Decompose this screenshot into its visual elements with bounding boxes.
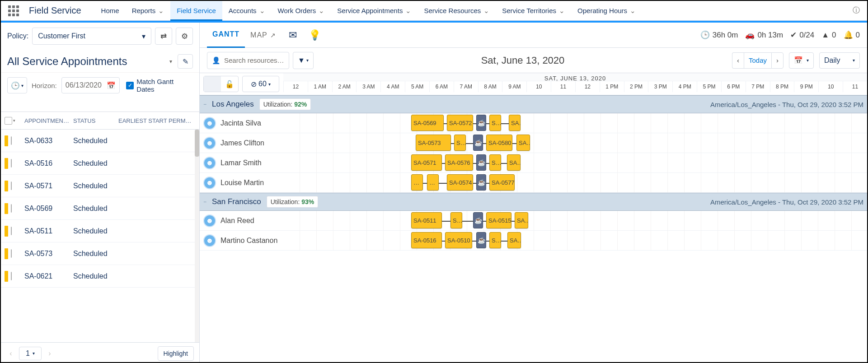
edit-listview-icon[interactable]: ✎ [178, 54, 193, 69]
col-appointment[interactable]: APPOINTMEN… [24, 117, 73, 124]
appointment-block[interactable]: SA… [507, 232, 521, 248]
resource-name[interactable]: Alan Reed [221, 217, 254, 225]
scale-dropdown[interactable]: Daily▾ [819, 52, 860, 69]
avatar[interactable]: ☻ [203, 234, 216, 247]
policy-dropdown[interactable]: Customer First ▾ [32, 28, 151, 45]
appointment-block[interactable]: SA-0574 [447, 174, 473, 191]
appointment-block[interactable]: SA-0516 [411, 232, 442, 248]
appointment-block[interactable]: … [411, 174, 423, 191]
row-checkbox[interactable] [11, 159, 12, 168]
appointment-block[interactable]: S… [454, 135, 466, 151]
row-checkbox[interactable] [11, 136, 12, 145]
appointment-row[interactable]: SA-0573Scheduled [1, 242, 199, 265]
nav-field-service[interactable]: Field Service [170, 1, 222, 21]
resource-name[interactable]: Lamar Smith [221, 159, 262, 167]
avatar[interactable]: ☻ [203, 137, 216, 149]
nav-service-appointments[interactable]: Service Appointments⌄ [331, 1, 418, 21]
search-resources-input[interactable]: 👤 Search resources… [207, 52, 289, 69]
prev-page[interactable]: ‹ [6, 349, 15, 358]
row-checkbox[interactable] [11, 227, 12, 235]
territory-header[interactable]: −Los AngelesUtilization: 92%America/Los_… [200, 95, 867, 113]
appointment-block[interactable]: SA-0515 [486, 212, 511, 228]
timeline-lane[interactable]: SA-0511S…☕SA-0515SA… [283, 211, 867, 230]
next-day-button[interactable]: › [771, 52, 784, 69]
chevron-down-icon[interactable]: ▾ [169, 58, 172, 65]
col-earliest[interactable]: EARLIEST START PERM… [118, 117, 192, 124]
appointment-block[interactable]: SA-0569 [411, 115, 444, 131]
avatar[interactable]: ☻ [203, 214, 216, 227]
tab-map[interactable]: MAP↗ [245, 23, 282, 48]
col-status[interactable]: STATUS [73, 117, 118, 124]
app-launcher-icon[interactable] [8, 5, 19, 16]
appointment-block[interactable]: S… [489, 232, 501, 248]
appointment-row[interactable]: SA-0621Scheduled [1, 265, 199, 288]
mail-icon[interactable]: ✉ [289, 29, 297, 41]
appointment-block[interactable]: SA-0572 [447, 115, 473, 131]
scrollbar-thumb[interactable] [195, 130, 199, 157]
break-block[interactable]: ☕ [473, 212, 483, 228]
appointment-row[interactable]: SA-0569Scheduled [1, 197, 199, 220]
appointment-block[interactable]: SA… [507, 154, 521, 171]
resource-name[interactable]: James Clifton [221, 139, 264, 147]
break-block[interactable]: ☕ [473, 135, 483, 151]
bell-icon[interactable]: 🔔 [844, 30, 853, 40]
info-icon[interactable]: ⓘ [853, 6, 860, 15]
timeline-lane[interactable]: SA-0573S…☕SA-0580SA… [283, 133, 867, 153]
resource-name[interactable]: Louise Martin [221, 179, 264, 187]
appointment-block[interactable]: SA… [516, 135, 530, 151]
select-all-checkbox[interactable] [5, 117, 12, 125]
nav-reports[interactable]: Reports⌄ [126, 1, 171, 21]
today-button[interactable]: Today [744, 52, 771, 69]
resource-name[interactable]: Martino Castanon [221, 237, 277, 245]
filter-dropdown[interactable]: ▼▾ [293, 52, 314, 69]
time-dropdown[interactable]: 🕒▾ [7, 77, 27, 93]
nav-service-resources[interactable]: Service Resources⌄ [418, 1, 496, 21]
avatar[interactable]: ☻ [203, 117, 216, 130]
tab-gantt[interactable]: GANTT [207, 23, 245, 48]
next-page[interactable]: › [45, 349, 54, 358]
appointment-block[interactable]: SA… [515, 212, 528, 228]
appointment-block[interactable]: … [427, 174, 439, 191]
break-block[interactable]: ☕ [476, 174, 486, 191]
appointment-block[interactable]: S… [489, 115, 501, 131]
calendar-dropdown[interactable]: 📅▾ [789, 52, 814, 69]
appointment-block[interactable]: SA-0576 [445, 154, 473, 171]
swap-icon[interactable]: ⇄ [155, 28, 172, 45]
appointment-block[interactable]: SA-0571 [411, 154, 442, 171]
gear-icon[interactable]: ⚙ [176, 28, 193, 45]
avatar[interactable]: ☻ [203, 157, 216, 169]
nav-service-territories[interactable]: Service Territories⌄ [496, 1, 571, 21]
appointment-row[interactable]: SA-0516Scheduled [1, 152, 199, 175]
horizon-date-input[interactable]: 06/13/2020 📅 [61, 77, 120, 93]
avatar[interactable]: ☻ [203, 177, 216, 189]
timeline-lane[interactable]: SA-0569SA-0572☕S…SA… [283, 113, 867, 133]
appointment-block[interactable]: SA… [509, 115, 521, 131]
row-checkbox[interactable] [11, 249, 12, 258]
appointment-block[interactable]: SA-0580 [486, 135, 512, 151]
timeline-lane[interactable]: SA-0571SA-0576☕S…SA… [283, 153, 867, 172]
nav-operating-hours[interactable]: Operating Hours⌄ [571, 1, 642, 21]
nav-home[interactable]: Home [95, 1, 126, 21]
territory-header[interactable]: −San FranciscoUtilization: 93%America/Lo… [200, 193, 867, 211]
listview-title[interactable]: All Service Appointments [7, 55, 169, 68]
appointment-block[interactable]: S… [489, 154, 501, 171]
resource-name[interactable]: Jacinta Silva [221, 119, 261, 127]
appointment-block[interactable]: SA-0510 [445, 232, 472, 248]
appointment-block[interactable]: S… [450, 212, 462, 228]
highlight-button[interactable]: Highlight [158, 346, 194, 361]
collapse-icon[interactable]: − [203, 101, 206, 107]
nav-work-orders[interactable]: Work Orders⌄ [272, 1, 331, 21]
match-gantt-checkbox[interactable]: ✓ Match Gantt Dates [126, 78, 193, 93]
appointment-row[interactable]: SA-0633Scheduled [1, 130, 199, 152]
row-checkbox[interactable] [11, 182, 12, 190]
break-block[interactable]: ☕ [476, 232, 486, 248]
lock-toggle[interactable]: 🔓 [203, 76, 239, 92]
break-block[interactable]: ☕ [476, 115, 486, 131]
row-checkbox[interactable] [11, 204, 12, 213]
collapse-icon[interactable]: − [203, 199, 206, 205]
appointment-row[interactable]: SA-0571Scheduled [1, 175, 199, 197]
page-select[interactable]: 1▾ [19, 347, 42, 360]
timeline-lane[interactable]: SA-0516SA-0510☕S…SA… [283, 231, 867, 250]
appointment-block[interactable]: SA-0577 [489, 174, 515, 191]
timeline-lane[interactable]: ……SA-0574☕SA-0577 [283, 173, 867, 192]
